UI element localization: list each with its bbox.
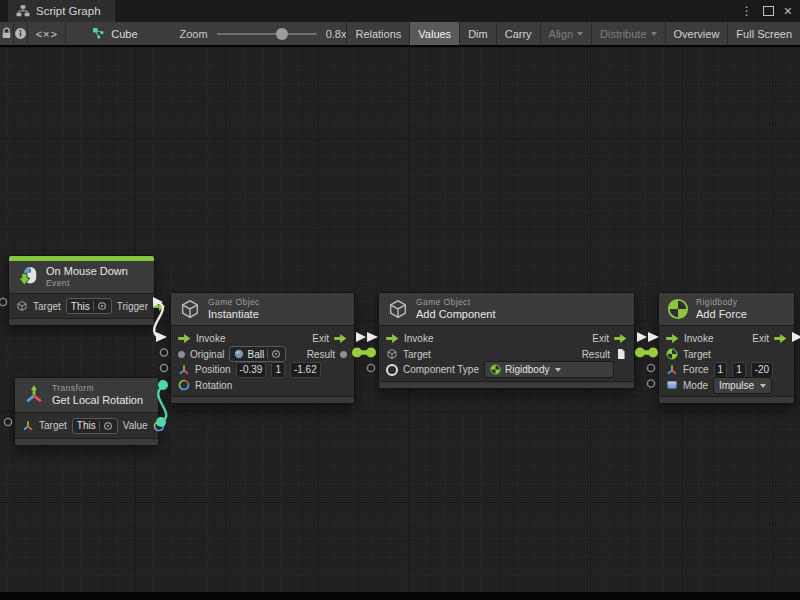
position-x-field[interactable]: -0.39 [236, 362, 267, 378]
rotation-row: Rotation [171, 378, 354, 394]
force-z-field[interactable]: -20 [751, 362, 773, 378]
force-x-field[interactable]: 1 [714, 362, 728, 378]
port-instantiate-original [160, 349, 167, 356]
node-header: Game Objec Instantiate [171, 293, 354, 326]
mode-label: Mode [683, 380, 708, 391]
object-picker-icon[interactable] [103, 421, 113, 431]
node-title: On Mouse Down [46, 265, 128, 278]
mode-dropdown[interactable]: Impulse [713, 377, 772, 394]
zoom-slider[interactable] [217, 33, 317, 35]
tab-title: Script Graph [36, 5, 101, 17]
game-object-icon [179, 298, 201, 320]
node-add-component[interactable]: Game Object Add Component Invoke Exit Ta… [378, 292, 635, 389]
node-title: Instantiate [208, 308, 260, 321]
zoom-control: Zoom 0.8x [180, 28, 347, 40]
position-z-field[interactable]: -1.62 [290, 362, 321, 378]
node-instantiate[interactable]: Game Objec Instantiate Invoke Exit Origi… [170, 292, 355, 404]
target-value-field[interactable]: This [72, 418, 118, 434]
zoom-to-fit-icon: <×> [36, 28, 58, 40]
graph-name: Cube [111, 28, 137, 40]
force-mode-icon [666, 379, 678, 391]
node-add-force[interactable]: Rigidbody Add Force Invoke Exit Target [658, 292, 795, 404]
invoke-label: Invoke [684, 333, 713, 344]
node-title: Add Component [416, 308, 496, 321]
lock-button[interactable] [0, 22, 14, 45]
original-row: Original Ball Result [171, 347, 354, 363]
component-document-icon[interactable] [615, 348, 627, 360]
node-category: Game Object [416, 297, 496, 308]
dim-button[interactable]: Dim [459, 22, 496, 45]
distribute-button[interactable]: Distribute [591, 22, 664, 45]
fullscreen-button[interactable]: Full Screen [727, 22, 800, 45]
chevron-down-icon [760, 384, 766, 388]
port-addforce-mode [647, 380, 654, 387]
invoke-port[interactable] [178, 334, 191, 343]
object-picker-icon[interactable] [97, 301, 107, 311]
window-controls: ⋮ × [741, 0, 800, 22]
target-label: Target [39, 420, 67, 431]
original-value-field[interactable]: Ball [229, 346, 286, 362]
lock-icon [0, 27, 13, 40]
target-row: Target This Trigger [9, 294, 154, 318]
titlebar: Script Graph ⋮ × [0, 0, 800, 22]
invoke-row: Invoke Exit [171, 331, 354, 347]
node-get-local-rotation[interactable]: Transform Get Local Rotation Target This [14, 377, 159, 446]
position-y-field[interactable]: 1 [271, 362, 285, 378]
invoke-port[interactable] [666, 334, 679, 343]
info-button[interactable] [14, 22, 28, 45]
node-footer [379, 381, 634, 388]
values-button[interactable]: Values [409, 22, 459, 45]
mouse-down-icon [17, 266, 39, 288]
node-header: Transform Get Local Rotation [15, 378, 158, 413]
exit-port[interactable] [614, 334, 627, 343]
exit-port[interactable] [774, 334, 787, 343]
wire-rotation [158, 386, 166, 422]
original-port[interactable] [178, 351, 185, 358]
align-button[interactable]: Align [540, 22, 591, 45]
port-glr-target [4, 418, 11, 425]
exit-port[interactable] [334, 334, 347, 343]
node-header: On Mouse Down Event [9, 261, 154, 294]
mode-row: Mode Impulse [659, 378, 794, 394]
trigger-port[interactable] [153, 302, 166, 311]
rotation-icon [178, 379, 190, 391]
component-type-row: Component Type Rigidbody [379, 362, 634, 378]
carry-button[interactable]: Carry [496, 22, 540, 45]
maximize-icon[interactable] [763, 6, 774, 16]
target-label: Target [33, 301, 61, 312]
invoke-label: Invoke [404, 333, 433, 344]
script-graph-icon [16, 4, 30, 18]
window-menu-icon[interactable]: ⋮ [741, 5, 753, 17]
port-invoke-addcomponent [367, 332, 378, 342]
result-port[interactable] [340, 351, 347, 358]
close-icon[interactable]: × [784, 4, 792, 18]
type-port[interactable] [386, 364, 398, 376]
result-label: Result [582, 349, 610, 360]
node-title: Get Local Rotation [52, 394, 143, 407]
tab-script-graph[interactable]: Script Graph [8, 0, 115, 22]
object-picker-icon[interactable] [271, 349, 281, 359]
chevron-down-icon [555, 368, 561, 372]
port-addcomponent-type [367, 364, 374, 371]
zoom-to-fit-button[interactable]: <×> [28, 22, 66, 45]
component-type-dropdown[interactable]: Rigidbody [484, 361, 614, 378]
overview-button[interactable]: Overview [665, 22, 728, 45]
force-y-field[interactable]: 1 [732, 362, 746, 378]
graph-reference[interactable]: Cube [92, 27, 137, 40]
relations-button[interactable]: Relations [346, 22, 409, 45]
port-exit-addcomponent [637, 332, 647, 342]
graph-canvas[interactable]: On Mouse Down Event Target This Trigger [0, 47, 800, 592]
graph-toolbar: <×> Cube Zoom 0.8x Relations Values Dim … [0, 22, 800, 47]
force-row: Force 1 1 -20 [659, 362, 794, 378]
invoke-row: Invoke Exit [379, 331, 634, 347]
position-row: Position -0.39 1 -1.62 [171, 362, 354, 378]
rigidbody-icon [666, 348, 678, 360]
invoke-port[interactable] [386, 334, 399, 343]
target-value-field[interactable]: This [66, 298, 112, 314]
zoom-slider-handle[interactable] [276, 28, 288, 40]
node-on-mouse-down[interactable]: On Mouse Down Event Target This Trigger [8, 255, 155, 326]
rigidbody-icon [490, 364, 501, 375]
node-header: Rigidbody Add Force [659, 293, 794, 326]
node-footer [659, 396, 794, 403]
bottom-strip [0, 592, 800, 600]
